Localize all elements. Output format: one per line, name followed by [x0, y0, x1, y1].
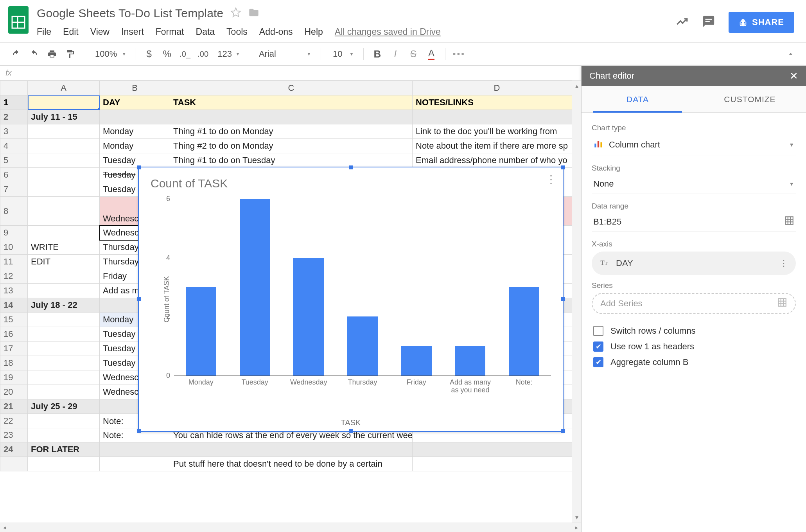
- row-header[interactable]: 20: [0, 385, 28, 399]
- row-header[interactable]: 11: [0, 255, 28, 269]
- cell[interactable]: July 11 - 15: [28, 110, 100, 124]
- cell[interactable]: [28, 95, 100, 110]
- currency-button[interactable]: $: [141, 46, 157, 62]
- decrease-decimal-button[interactable]: .0_: [177, 46, 193, 62]
- cell[interactable]: [28, 370, 100, 385]
- row-header[interactable]: 15: [0, 313, 28, 327]
- tab-customize[interactable]: CUSTOMIZE: [694, 86, 806, 112]
- folder-icon[interactable]: [248, 7, 259, 20]
- spreadsheet-grid[interactable]: A B C D 1DAYTASKNOTES/LINKS 2July 11 - 1…: [0, 81, 572, 523]
- bold-button[interactable]: B: [369, 46, 386, 62]
- row-header[interactable]: 12: [0, 269, 28, 284]
- cell[interactable]: EDIT: [28, 255, 100, 269]
- undo-button[interactable]: [8, 46, 24, 62]
- row-header[interactable]: [0, 457, 28, 471]
- xaxis-chip[interactable]: TT DAY ⋮: [592, 252, 796, 275]
- cell[interactable]: [28, 428, 100, 442]
- row-header[interactable]: 10: [0, 240, 28, 255]
- select-range-icon[interactable]: [777, 297, 787, 310]
- print-button[interactable]: [44, 46, 60, 62]
- cell[interactable]: Email address/phone number of who yo: [413, 153, 572, 168]
- select-range-icon[interactable]: [784, 216, 794, 228]
- row-header[interactable]: 21: [0, 399, 28, 414]
- row-header[interactable]: 17: [0, 341, 28, 356]
- add-series-button[interactable]: Add Series: [592, 293, 796, 314]
- vertical-scrollbar[interactable]: ▴ ▾: [572, 81, 581, 523]
- cell[interactable]: [28, 139, 100, 153]
- col-header-c[interactable]: C: [170, 81, 413, 95]
- switch-rows-cols-checkbox[interactable]: Switch rows / columns: [593, 326, 794, 336]
- cell[interactable]: Monday: [100, 139, 170, 153]
- menu-edit[interactable]: Edit: [63, 27, 79, 37]
- cell[interactable]: [413, 110, 572, 124]
- cell[interactable]: [28, 226, 100, 240]
- cell[interactable]: [28, 168, 100, 182]
- row-header[interactable]: 9: [0, 226, 28, 240]
- number-format-dropdown[interactable]: 123▾: [213, 46, 241, 62]
- menu-tools[interactable]: Tools: [226, 27, 248, 37]
- scroll-left-icon[interactable]: ◂: [0, 524, 9, 531]
- explore-icon[interactable]: [675, 15, 689, 30]
- row-header[interactable]: 4: [0, 139, 28, 153]
- more-icon[interactable]: ⋮: [779, 258, 788, 268]
- cell[interactable]: [170, 442, 413, 457]
- row-header[interactable]: 5: [0, 153, 28, 168]
- cell[interactable]: Thing #2 to do on Monday: [170, 139, 413, 153]
- cell[interactable]: [28, 385, 100, 399]
- document-title[interactable]: Google Sheets To-Do List Template: [37, 7, 223, 20]
- font-dropdown[interactable]: Arial▼: [253, 46, 315, 62]
- cell[interactable]: FOR LATER: [28, 442, 100, 457]
- use-row1-headers-checkbox[interactable]: ✔Use row 1 as headers: [593, 341, 794, 352]
- cell[interactable]: July 25 - 29: [28, 399, 100, 414]
- cell[interactable]: TASK: [170, 95, 413, 110]
- row-header[interactable]: 16: [0, 327, 28, 341]
- scroll-right-icon[interactable]: ▸: [572, 524, 581, 531]
- cell[interactable]: Note about the item if there are more sp: [413, 139, 572, 153]
- increase-decimal-button[interactable]: .00: [195, 46, 211, 62]
- row-header[interactable]: 3: [0, 124, 28, 139]
- cell[interactable]: [28, 269, 100, 284]
- cell[interactable]: [413, 457, 572, 471]
- row-header[interactable]: 1: [0, 95, 28, 110]
- cell[interactable]: [28, 124, 100, 139]
- row-header[interactable]: 13: [0, 284, 28, 298]
- embedded-chart[interactable]: Count of TASK ⋮ Count of TASK TASK 0246M…: [138, 167, 564, 432]
- percent-button[interactable]: %: [159, 46, 175, 62]
- select-all-cell[interactable]: [0, 81, 28, 95]
- sheets-logo-icon[interactable]: [7, 5, 30, 35]
- cell[interactable]: DAY: [100, 95, 170, 110]
- col-header-a[interactable]: A: [28, 81, 100, 95]
- cell[interactable]: [100, 457, 170, 471]
- menu-data[interactable]: Data: [196, 27, 215, 37]
- comments-icon[interactable]: [702, 15, 715, 30]
- aggregate-column-checkbox[interactable]: ✔Aggregate column B: [593, 357, 794, 367]
- cell[interactable]: Monday: [100, 124, 170, 139]
- menu-help[interactable]: Help: [304, 27, 323, 37]
- cell[interactable]: [28, 341, 100, 356]
- data-range-input[interactable]: B1:B25: [592, 214, 796, 232]
- row-header[interactable]: 8: [0, 197, 28, 226]
- cell[interactable]: [100, 110, 170, 124]
- save-status[interactable]: All changes saved in Drive: [335, 27, 441, 37]
- italic-button[interactable]: I: [387, 46, 404, 62]
- cell[interactable]: [100, 442, 170, 457]
- cell[interactable]: [28, 284, 100, 298]
- scroll-up-icon[interactable]: ▴: [575, 82, 578, 90]
- zoom-dropdown[interactable]: 100%▼: [90, 46, 129, 62]
- close-icon[interactable]: ✕: [790, 70, 798, 82]
- cell[interactable]: [28, 197, 100, 226]
- redo-button[interactable]: [26, 46, 42, 62]
- row-header[interactable]: 7: [0, 182, 28, 197]
- stacking-dropdown[interactable]: None ▼: [592, 176, 796, 194]
- share-button[interactable]: SHARE: [729, 12, 794, 33]
- collapse-toolbar-button[interactable]: [783, 46, 799, 62]
- menu-view[interactable]: View: [90, 27, 110, 37]
- row-header[interactable]: 23: [0, 428, 28, 442]
- cell[interactable]: Link to the doc you'll be working from: [413, 124, 572, 139]
- strikethrough-button[interactable]: S: [405, 46, 422, 62]
- chart-menu-icon[interactable]: ⋮: [546, 173, 556, 186]
- cell[interactable]: [28, 182, 100, 197]
- font-size-dropdown[interactable]: 10▼: [327, 46, 358, 62]
- cell[interactable]: [28, 153, 100, 168]
- more-button[interactable]: •••: [451, 46, 467, 62]
